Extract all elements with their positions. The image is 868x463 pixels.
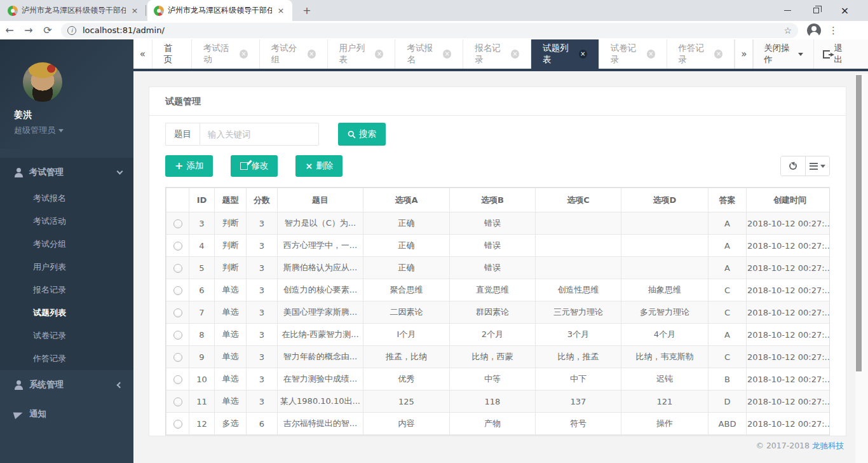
- tab-signup-records[interactable]: 报名记录×: [463, 39, 531, 69]
- tab-exam-activity[interactable]: 考试活动×: [192, 39, 260, 69]
- table-row[interactable]: 11 单选 3 某人1980.10.10出... 125 118 137 121…: [166, 390, 831, 413]
- table-row[interactable]: 6 单选 3 创造力的核心要素... 聚合思维 直觉思维 创造性思维 抽象思维 …: [166, 279, 831, 301]
- tab-close-icon[interactable]: ×: [240, 50, 248, 59]
- tab-answer-records[interactable]: 作答记录×: [667, 39, 735, 69]
- page-tab-bar: « 首页 考试活动× 考试分组× 用户列表× 考试报名× 报名记录× 试题列表×…: [133, 39, 868, 71]
- company-link[interactable]: 龙驰科技: [812, 441, 844, 450]
- cell-score: 3: [247, 324, 278, 346]
- browser-tab-2[interactable]: 泸州市龙马潭区科级领导干部任前 ×: [147, 0, 292, 21]
- table-row[interactable]: 4 判断 3 西方心理学中，一... 正确 错误 A 2018-10-12 00…: [166, 235, 831, 257]
- cell-option-d: 抽象思维: [621, 279, 709, 301]
- column-header[interactable]: 选项B: [450, 188, 536, 212]
- tab-close-icon[interactable]: ×: [308, 50, 316, 59]
- column-header[interactable]: 选项A: [363, 188, 450, 212]
- restore-button[interactable]: [802, 0, 831, 21]
- tab-user-list[interactable]: 用户列表×: [328, 39, 396, 69]
- row-radio[interactable]: [173, 264, 182, 273]
- column-header[interactable]: 答案: [709, 188, 747, 212]
- sidebar-item-exam-group[interactable]: 考试分组: [0, 233, 133, 256]
- columns-dropdown-button[interactable]: [805, 156, 829, 176]
- url-text[interactable]: localhost:81/admin/: [83, 25, 783, 35]
- edit-button[interactable]: 修改: [231, 155, 278, 177]
- table-row[interactable]: 3 判断 3 智力是以（C）为... 正确 错误 A 2018-10-12 00…: [166, 212, 831, 235]
- browser-tab-1[interactable]: 泸州市龙马潭区科级领导干部任前 ×: [1, 0, 146, 21]
- tab-close-icon[interactable]: ×: [647, 50, 655, 59]
- new-tab-button[interactable]: +: [299, 3, 315, 18]
- sidebar-item-user-list[interactable]: 用户列表: [0, 256, 133, 279]
- table-row[interactable]: 8 单选 3 在比纳-西蒙智力测... I个月 2个月 3个月 4个月 A 20…: [166, 324, 831, 346]
- address-bar[interactable]: i localhost:81/admin/ ☆: [61, 23, 798, 38]
- tab-question-list[interactable]: 试题列表×: [531, 39, 599, 69]
- cell-id: 11: [189, 390, 215, 413]
- page-scrollbar[interactable]: [855, 74, 868, 463]
- sidebar-item-signup-records[interactable]: 报名记录: [0, 279, 133, 301]
- add-button[interactable]: +添加: [165, 155, 213, 177]
- column-header[interactable]: 选项C: [536, 188, 621, 212]
- row-radio[interactable]: [173, 375, 182, 384]
- forward-icon[interactable]: →: [19, 24, 38, 36]
- user-avatar[interactable]: [23, 62, 62, 102]
- tab-close-icon[interactable]: ×: [276, 6, 286, 16]
- table-row[interactable]: 9 单选 3 智力年龄的概念由... 推孟，比纳 比纳，西蒙 比纳，推孟 比纳，…: [166, 346, 831, 368]
- row-radio[interactable]: [173, 242, 182, 251]
- column-header[interactable]: 题目: [278, 188, 363, 212]
- tab-home[interactable]: 首页: [153, 39, 192, 69]
- row-radio[interactable]: [173, 308, 182, 317]
- profile-avatar-icon[interactable]: [807, 24, 821, 38]
- sidebar-item-notice[interactable]: 通知: [0, 399, 133, 429]
- cell-title: 西方心理学中，一...: [278, 235, 363, 257]
- row-radio[interactable]: [173, 331, 182, 340]
- column-header[interactable]: ID: [189, 188, 215, 212]
- minimize-button[interactable]: [773, 0, 802, 21]
- tab-close-icon[interactable]: ×: [714, 50, 722, 59]
- sidebar-item-exam-management[interactable]: 考试管理: [0, 158, 133, 187]
- table-row[interactable]: 12 多选 6 吉尔福特提出的智... 内容 产物 符号 操作 ABD 2018…: [166, 413, 831, 435]
- page-info-icon[interactable]: i: [67, 26, 76, 35]
- sidebar-item-answer-records[interactable]: 作答记录: [0, 347, 133, 370]
- user-role-dropdown[interactable]: 超级管理员: [14, 125, 133, 136]
- tab-exam-group[interactable]: 考试分组×: [260, 39, 328, 69]
- sidebar-item-question-list[interactable]: 试题列表: [0, 301, 133, 324]
- table-row[interactable]: 5 判断 3 斯腾伯格认为应从... 正确 错误 A 2018-10-12 00…: [166, 257, 831, 279]
- close-operations-dropdown[interactable]: 关闭操作: [753, 39, 813, 69]
- column-header[interactable]: 创建时间: [747, 188, 831, 212]
- reload-icon[interactable]: ⟳: [38, 24, 57, 36]
- logout-button[interactable]: 退出: [814, 39, 858, 69]
- row-radio[interactable]: [173, 420, 182, 429]
- search-input[interactable]: [200, 123, 319, 146]
- browser-menu-icon[interactable]: ⋮: [829, 25, 838, 36]
- column-header[interactable]: 题型: [215, 188, 247, 212]
- tab-close-icon[interactable]: ×: [130, 6, 140, 16]
- close-button[interactable]: ×: [831, 0, 859, 21]
- column-header[interactable]: 分数: [247, 188, 278, 212]
- sidebar-item-paper-records[interactable]: 试卷记录: [0, 324, 133, 347]
- tab-exam-signup[interactable]: 考试报名×: [395, 39, 463, 69]
- search-button[interactable]: 搜索: [338, 123, 386, 146]
- tab-close-icon[interactable]: ×: [511, 50, 519, 59]
- sidebar-item-system-management[interactable]: 系统管理: [0, 370, 133, 399]
- column-header[interactable]: 选项D: [621, 188, 709, 212]
- tab-close-icon[interactable]: ×: [443, 50, 451, 59]
- row-radio[interactable]: [173, 353, 182, 362]
- delete-button[interactable]: ×删除: [295, 155, 342, 177]
- row-radio[interactable]: [173, 286, 182, 295]
- row-radio[interactable]: [173, 397, 182, 406]
- table-row[interactable]: 7 单选 3 美国心理学家斯腾... 二因素论 群因素论 三元智力理论 多元智力…: [166, 301, 831, 324]
- tabs-scroll-right-button[interactable]: »: [735, 39, 753, 69]
- sidebar-item-exam-signup[interactable]: 考试报名: [0, 187, 133, 210]
- tab-close-icon[interactable]: ×: [579, 50, 587, 59]
- cell-option-c: 三元智力理论: [536, 301, 621, 324]
- table-row[interactable]: 10 单选 3 在智力测验中成绩... 优秀 中等 中下 迟钝 B 2018-1…: [166, 368, 831, 390]
- caret-down-icon: [798, 53, 803, 56]
- bookmark-star-icon[interactable]: ☆: [783, 25, 792, 36]
- select-cell: [166, 212, 189, 235]
- back-icon[interactable]: ←: [0, 24, 19, 36]
- row-radio[interactable]: [173, 219, 182, 228]
- tab-close-icon[interactable]: ×: [375, 50, 383, 59]
- cell-option-c: [536, 212, 621, 235]
- tab-paper-records[interactable]: 试卷记录×: [599, 39, 667, 69]
- sidebar-item-exam-activity[interactable]: 考试活动: [0, 210, 133, 233]
- scrollbar-thumb[interactable]: [856, 75, 862, 371]
- refresh-button[interactable]: [781, 156, 805, 176]
- tabs-scroll-left-button[interactable]: «: [133, 39, 153, 69]
